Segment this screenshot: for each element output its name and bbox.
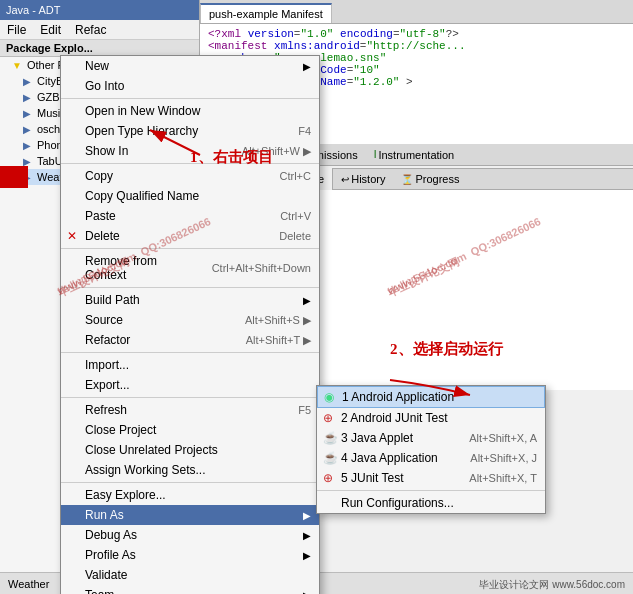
history-icon: ↩	[341, 174, 349, 185]
red-marker	[0, 166, 28, 188]
separator-5	[61, 352, 319, 353]
submenu-junit[interactable]: ⊕ 5 JUnit Test Alt+Shift+X, T	[317, 468, 545, 488]
menu-debug-as[interactable]: Debug As ▶	[61, 525, 319, 545]
separator-7	[61, 482, 319, 483]
separator-6	[61, 397, 319, 398]
context-menu: New ▶ Go Into Open in New Window Open Ty…	[60, 55, 320, 594]
junit2-icon: ⊕	[323, 471, 333, 485]
submenu-sep	[317, 490, 545, 491]
menu-import[interactable]: Import...	[61, 355, 319, 375]
menu-close-unrelated[interactable]: Close Unrelated Projects	[61, 440, 319, 460]
menu-bar: File Edit Refac	[0, 20, 200, 40]
progress-icon: ⏳	[401, 174, 413, 185]
project-icon: ▶	[20, 74, 34, 88]
separator-4	[61, 287, 319, 288]
tab-instrumentation[interactable]: I Instrumentation	[366, 144, 463, 166]
menu-show-in[interactable]: Show In Alt+Shift+W ▶	[61, 141, 319, 161]
separator-3	[61, 248, 319, 249]
tab-history[interactable]: ↩ History	[333, 168, 393, 190]
menu-source[interactable]: Source Alt+Shift+S ▶	[61, 310, 319, 330]
submenu-android-app[interactable]: ◉ 1 Android Application	[317, 386, 545, 408]
submenu-arrow: ▶	[303, 295, 311, 306]
folder-icon: ▼	[10, 58, 24, 72]
title-bar: Java - ADT	[0, 0, 200, 20]
menu-profile-as[interactable]: Profile As ▶	[61, 545, 319, 565]
menu-close-project[interactable]: Close Project	[61, 420, 319, 440]
android-icon: ◉	[324, 390, 334, 404]
menu-open-new-window[interactable]: Open in New Window	[61, 101, 319, 121]
menu-build-path[interactable]: Build Path ▶	[61, 290, 319, 310]
menu-refactor[interactable]: Refac	[72, 23, 109, 37]
java-icon: ☕	[323, 431, 338, 445]
editor-line-2: <manifest xmlns:android="http://sche...	[208, 40, 625, 52]
menu-assign-working-sets[interactable]: Assign Working Sets...	[61, 460, 319, 480]
tab-progress[interactable]: ⏳ Progress	[393, 168, 467, 190]
java-app-icon: ☕	[323, 451, 338, 465]
project-icon: ▶	[20, 90, 34, 104]
menu-easy-explore[interactable]: Easy Explore...	[61, 485, 319, 505]
submenu-arrow: ▶	[303, 550, 311, 561]
submenu-arrow: ▶	[303, 590, 311, 595]
submenu-arrow: ▶	[303, 61, 311, 72]
menu-remove-context[interactable]: Remove from Context Ctrl+Alt+Shift+Down	[61, 251, 319, 285]
status-text: Weather	[8, 578, 49, 590]
menu-open-type-hierarchy[interactable]: Open Type Hierarchy F4	[61, 121, 319, 141]
separator-1	[61, 98, 319, 99]
menu-export[interactable]: Export...	[61, 375, 319, 395]
tab-manifest[interactable]: push-example Manifest	[200, 3, 332, 23]
menu-refresh[interactable]: Refresh F5	[61, 400, 319, 420]
menu-copy[interactable]: Copy Ctrl+C	[61, 166, 319, 186]
submenu-android-junit[interactable]: ⊕ 2 Android JUnit Test	[317, 408, 545, 428]
menu-go-into[interactable]: Go Into	[61, 76, 319, 96]
submenu-java-app[interactable]: ☕ 4 Java Application Alt+Shift+X, J	[317, 448, 545, 468]
editor-tabs: push-example Manifest	[200, 0, 633, 24]
menu-new[interactable]: New ▶	[61, 56, 319, 76]
bottom-logo: 毕业设计论文网 www.56doc.com	[479, 578, 625, 592]
menu-file[interactable]: File	[4, 23, 29, 37]
separator-2	[61, 163, 319, 164]
submenu-run-configs[interactable]: Run Configurations...	[317, 493, 545, 513]
menu-delete[interactable]: ✕ Delete Delete	[61, 226, 319, 246]
menu-copy-qualified[interactable]: Copy Qualified Name	[61, 186, 319, 206]
submenu-java-applet[interactable]: ☕ 3 Java Applet Alt+Shift+X, A	[317, 428, 545, 448]
delete-icon: ✕	[67, 229, 77, 243]
editor-line-1: <?xml version="1.0" encoding="utf-8"?>	[208, 28, 625, 40]
menu-team[interactable]: Team ▶	[61, 585, 319, 594]
menu-run-as[interactable]: Run As ▶	[61, 505, 319, 525]
submenu-arrow: ▶	[303, 510, 311, 521]
project-icon: ▶	[20, 106, 34, 120]
project-icon: ▶	[20, 138, 34, 152]
app-title: Java - ADT	[6, 4, 60, 16]
run-as-submenu: ◉ 1 Android Application ⊕ 2 Android JUni…	[316, 385, 546, 514]
project-icon: ▶	[20, 122, 34, 136]
menu-edit[interactable]: Edit	[37, 23, 64, 37]
junit-icon: ⊕	[323, 411, 333, 425]
menu-refactor[interactable]: Refactor Alt+Shift+T ▶	[61, 330, 319, 350]
menu-validate[interactable]: Validate	[61, 565, 319, 585]
menu-paste[interactable]: Paste Ctrl+V	[61, 206, 319, 226]
submenu-arrow: ▶	[303, 530, 311, 541]
